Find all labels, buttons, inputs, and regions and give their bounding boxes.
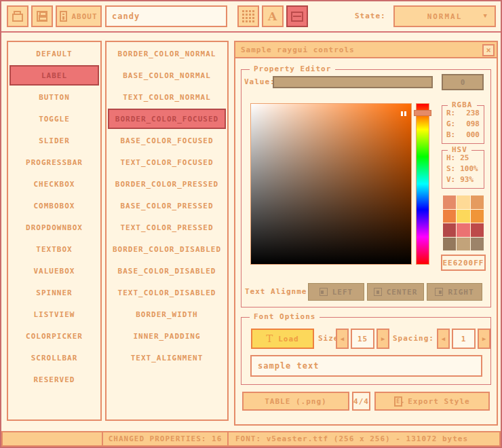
hue-bar[interactable] <box>416 103 429 265</box>
controls-list-item[interactable]: COLORPICKER <box>9 326 99 346</box>
palette-swatch[interactable] <box>443 238 456 251</box>
properties-list-item[interactable]: BORDER_COLOR_NORMAL <box>108 43 226 64</box>
properties-list-item-selected[interactable]: BORDER_COLOR_FOCUSED <box>108 109 226 129</box>
controls-view-button[interactable] <box>286 5 308 27</box>
chevron-down-icon: ▼ <box>484 12 488 19</box>
controls-list-item[interactable]: PROGRESSBAR <box>9 152 99 172</box>
save-style-button[interactable] <box>31 5 53 27</box>
properties-list-item[interactable]: TEXT_COLOR_FOCUSED <box>108 152 226 172</box>
window-close-button[interactable]: × <box>482 44 495 56</box>
properties-list-item[interactable]: INNER_PADDING <box>108 326 226 346</box>
controls-list-item[interactable]: RESERVED <box>9 369 99 390</box>
sample-text-input[interactable]: sample text <box>250 355 482 377</box>
align-right-label: RIGHT <box>448 288 474 297</box>
controls-list-item[interactable]: BUTTON <box>9 87 99 107</box>
hex-color-input[interactable]: EE6200FF <box>441 255 486 271</box>
palette-swatch[interactable] <box>457 238 469 251</box>
spacing-value: 1 <box>461 335 467 343</box>
spacing-increment-button[interactable]: ▶ <box>478 329 490 349</box>
toolbar: ABOUT A State: NORMAL ▼ <box>1 1 501 33</box>
export-style-button[interactable]: Export Style <box>374 392 490 411</box>
properties-list-item[interactable]: TEXT_COLOR_PRESSED <box>108 217 226 238</box>
controls-list-item[interactable]: TOGGLE <box>9 109 99 129</box>
spacing-value-box[interactable]: 1 <box>452 329 476 349</box>
b-label: B: <box>446 130 455 141</box>
size-decrement-button[interactable]: ◀ <box>336 329 349 349</box>
align-center-button[interactable]: CENTER <box>367 283 424 301</box>
properties-list-item[interactable]: BORDER_COLOR_PRESSED <box>108 174 226 194</box>
export-style-label: Export Style <box>408 397 469 406</box>
palette-swatch[interactable] <box>471 210 484 223</box>
style-table-view-button[interactable] <box>237 5 259 27</box>
state-dropdown[interactable]: NORMAL ▼ <box>393 5 496 27</box>
property-editor-group-label: Property Editor <box>250 64 335 73</box>
rgba-row-g: G: 098 <box>442 119 484 130</box>
properties-list-item[interactable]: BASE_COLOR_NORMAL <box>108 65 226 86</box>
controls-list-item[interactable]: TEXTBOX <box>9 239 99 259</box>
controls-list-item[interactable]: CHECKBOX <box>9 174 99 194</box>
chevron-left-icon: ◀ <box>341 335 344 342</box>
sample-controls-window: Sample raygui controls × Property Editor… <box>234 41 498 426</box>
size-increment-button[interactable]: ▶ <box>376 329 389 349</box>
controls-list-item-selected[interactable]: LABEL <box>9 65 99 86</box>
palette-swatch[interactable] <box>443 195 456 209</box>
chevron-left-icon: ◀ <box>442 335 445 342</box>
size-value-box[interactable]: 15 <box>351 329 374 349</box>
align-right-button[interactable]: RIGHT <box>427 283 482 301</box>
controls-list-item[interactable]: SPINNER <box>9 282 99 303</box>
controls-list-item[interactable]: DEFAULT <box>9 43 99 64</box>
load-font-button[interactable]: T Load <box>251 329 314 349</box>
rgba-row-b: B: 000 <box>442 130 484 141</box>
properties-list-item[interactable]: TEXT_ALIGNMENT <box>108 348 226 368</box>
properties-list-item[interactable]: BASE_COLOR_PRESSED <box>108 195 226 216</box>
font-a-icon: A <box>268 11 277 22</box>
export-format-value: 4/4 <box>353 397 369 406</box>
spacing-label: Spacing: <box>393 333 434 345</box>
properties-list-item[interactable]: BASE_COLOR_DISABLED <box>108 261 226 281</box>
align-right-icon <box>435 288 443 296</box>
state-label: State: <box>355 5 386 27</box>
spacing-decrement-button[interactable]: ◀ <box>437 329 450 349</box>
color-picker-cursor-icon[interactable] <box>401 111 406 116</box>
properties-list-item[interactable]: TEXT_COLOR_DISABLED <box>108 282 226 303</box>
open-folder-icon <box>12 14 23 22</box>
properties-list-item[interactable]: TEXT_COLOR_NORMAL <box>108 87 226 107</box>
palette-swatch[interactable] <box>471 195 484 209</box>
controls-list-item[interactable]: SLIDER <box>9 130 99 151</box>
palette-swatch[interactable] <box>443 223 456 237</box>
controls-list-item[interactable]: COMBOBOX <box>9 195 99 216</box>
font-options-group-label: Font Options <box>250 312 320 321</box>
palette-swatch[interactable] <box>471 238 484 251</box>
controls-list-item[interactable]: DROPDOWNBOX <box>9 217 99 238</box>
palette-swatch[interactable] <box>443 210 456 223</box>
properties-list-item[interactable]: BORDER_COLOR_DISABLED <box>108 239 226 259</box>
open-style-button[interactable] <box>7 5 28 27</box>
close-icon: × <box>486 46 490 54</box>
align-left-button[interactable]: LEFT <box>308 283 364 301</box>
value-label: Value: <box>244 77 275 86</box>
window-titlebar[interactable]: Sample raygui controls <box>235 42 497 58</box>
font-view-button[interactable]: A <box>262 5 284 27</box>
palette-swatch[interactable] <box>457 195 469 209</box>
controls-list-item[interactable]: LISTVIEW <box>9 304 99 324</box>
controls-list-item[interactable]: VALUEBOX <box>9 261 99 281</box>
properties-list-item[interactable]: BASE_COLOR_FOCUSED <box>108 130 226 151</box>
style-table-export-button[interactable]: TABLE (.png) <box>242 392 349 411</box>
g-label: G: <box>446 119 455 130</box>
controls-list-item[interactable]: SCROLLBAR <box>9 348 99 368</box>
palette-swatch[interactable] <box>471 223 484 237</box>
value-box[interactable]: 0 <box>442 74 484 90</box>
style-name-input[interactable] <box>105 5 227 27</box>
rgba-box-label: RGBA <box>448 100 477 109</box>
style-color-palette <box>443 195 484 250</box>
value-slider[interactable] <box>273 76 433 88</box>
palette-swatch[interactable] <box>457 210 469 223</box>
hsv-row-v: V: 93% <box>442 174 484 185</box>
palette-swatch[interactable] <box>457 223 469 237</box>
export-file-icon <box>394 396 402 407</box>
color-picker-panel[interactable] <box>250 103 412 265</box>
properties-list-item[interactable]: BORDER_WIDTH <box>108 304 226 324</box>
property-editor-group: Property Editor Value: 0 RGBA R: 238 G: <box>241 69 491 307</box>
hue-handle[interactable] <box>414 110 431 116</box>
about-button[interactable]: ABOUT <box>56 5 102 27</box>
